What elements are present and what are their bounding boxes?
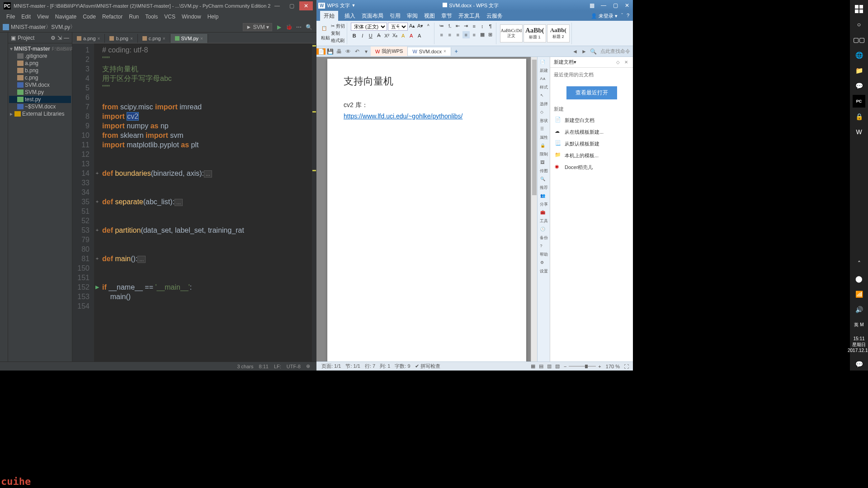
format-painter-button[interactable]: 格式刷 [331,38,345,44]
doc-paragraph[interactable]: cv2 库： [344,99,510,111]
search-hint[interactable]: 点此查找命令 [598,48,633,55]
status-section[interactable]: 节: 1/1 [343,363,362,370]
wps-titlebar[interactable]: W WPS 文字 ▼ SVM.docx - WPS 文字 ▦ — ▢ ✕ [316,0,633,11]
ribbon-tab[interactable]: 引用 [390,12,401,20]
editor-tab[interactable]: b.png× [105,34,137,43]
new-tab-button[interactable]: + [451,48,462,55]
save-icon[interactable]: 💾 [326,48,335,55]
font-size-select[interactable]: 五号 [388,23,408,31]
menu-window[interactable]: Window [179,13,204,21]
new-default-template[interactable]: 📃从默认模板新建 [550,138,633,150]
close-tab-icon[interactable]: × [200,36,203,41]
font-color-button[interactable]: A [408,32,415,39]
close-tab-icon[interactable]: × [130,36,133,41]
error-stripe[interactable] [312,43,316,361]
zoom-out-button[interactable]: − [561,364,569,369]
project-scroll-icon[interactable]: ⇲ [57,35,62,41]
fullscreen-icon[interactable]: ⛶ [622,363,630,370]
nav-back-icon[interactable]: ◄ [571,48,580,55]
taskbar-app[interactable]: 🌐 [853,49,865,61]
side-backup[interactable]: 🕓备份 [540,227,548,241]
new-blank-doc[interactable]: 📄新建空白文档 [550,114,633,126]
close-tab-icon[interactable]: × [98,36,100,41]
editor-tab-active[interactable]: SVM.py× [170,34,208,43]
newpanel-close-icon[interactable]: ✕ [623,59,629,66]
superscript-button[interactable]: X² [383,32,391,39]
preview-icon[interactable]: 👁 [344,48,353,55]
taskbar-app[interactable]: 🔒 [853,110,865,123]
status-words[interactable]: 字数: 9 [392,363,412,370]
fold-column[interactable]: ++++▶ [94,43,100,361]
cut-button[interactable]: ✂ 剪切 [331,23,345,29]
taskbar-app[interactable]: 💬 [853,80,865,92]
wps-document-page[interactable]: 支持向量机 cv2 库： https://www.lfd.uci.edu/~go… [327,59,526,361]
close-tab-icon[interactable]: × [163,36,165,41]
print-icon[interactable]: 🖶 [335,48,344,55]
menu-vcs[interactable]: VCS [161,13,178,21]
wps-skin-button[interactable]: ▦ [586,1,598,10]
style-h2[interactable]: AaBb(标题 2 [547,24,570,42]
tray-ime-icon[interactable]: 英 M [853,319,865,331]
project-settings-icon[interactable]: ⚙ [51,35,56,41]
run-button[interactable]: ▶ [275,23,283,31]
status-lf[interactable]: LF: [271,364,284,369]
newpanel-dropdown-icon[interactable]: ▾ [574,59,576,65]
align-left-button[interactable]: ≡ [438,31,445,38]
showmarks-button[interactable]: ¶ [487,23,494,30]
wps-minimize-button[interactable]: — [598,1,609,10]
menu-run[interactable]: Run [126,13,142,21]
subscript-button[interactable]: X₂ [392,32,399,39]
taskbar-app[interactable]: W [853,126,865,138]
wps-collapse-ribbon-icon[interactable]: ˇ [621,13,623,19]
style-normal[interactable]: AaBbCcDd正文 [500,24,523,42]
tree-file[interactable]: c.png [9,74,71,81]
tree-file[interactable]: b.png [9,67,71,74]
tray-network-icon[interactable]: 📶 [853,288,865,300]
italic-button[interactable]: I [359,32,366,39]
menu-file[interactable]: File [4,13,18,21]
side-settings[interactable]: ⚙设置 [540,260,548,274]
char-border-button[interactable]: A [416,32,423,39]
side-share[interactable]: 👥分享 [540,193,548,207]
side-help[interactable]: ?帮助 [540,244,548,258]
wps-help-icon[interactable]: ? [627,13,629,19]
bold-button[interactable]: B [351,32,358,39]
menu-help[interactable]: Help [205,13,222,21]
menu-view[interactable]: View [34,13,52,21]
linespace-button[interactable]: ≡ [471,23,478,30]
status-enc[interactable]: UTF-8 [284,364,303,369]
close-button[interactable]: ✕ [299,1,313,10]
menu-tools[interactable]: Tools [142,13,160,21]
menu-refactor[interactable]: Refactor [99,13,125,21]
home-tab[interactable]: W我的WPS [371,47,408,56]
more-run-button[interactable]: ⋯ [295,23,303,31]
new-online-template[interactable]: ☁从在线模板新建... [550,126,633,138]
tree-file[interactable]: .gitignore [9,52,71,60]
menu-navigate[interactable]: Navigate [52,13,79,21]
view-web-icon[interactable]: ▥ [545,363,553,370]
document-tab-active[interactable]: WSVM.docx× [408,47,451,56]
side-tools[interactable]: 🧰工具 [540,210,548,224]
tree-file[interactable]: SVM.py [9,89,71,96]
status-page[interactable]: 页面: 1/1 [319,363,343,370]
bullets-button[interactable]: ≔ [438,23,445,30]
doc-hyperlink[interactable]: https://www.lfd.uci.edu/~gohlke/pythonli… [344,113,462,120]
new-docer[interactable]: ◉Docer稻壳儿 [550,161,633,173]
tree-external-libs[interactable]: ▸External Libraries [9,110,71,117]
tray-expand-icon[interactable]: ˄ [853,257,865,270]
menu-edit[interactable]: Edit [19,13,33,21]
side-upload[interactable]: 🖼传图 [540,160,548,174]
system-clock[interactable]: 15:11 星期日 2017.12.10 [848,334,868,355]
maximize-button[interactable]: ▢ [285,1,298,10]
tree-file[interactable]: SVM.docx [9,81,71,89]
zoom-slider[interactable] [569,366,596,366]
search-icon[interactable]: 🔍 [589,48,598,55]
vertical-scrollbar[interactable] [531,57,537,361]
ribbon-tab[interactable]: 审阅 [407,12,418,20]
debug-button[interactable]: 🐞 [285,23,293,31]
wps-maximize-button[interactable]: ▢ [609,1,621,10]
ribbon-tab[interactable]: 视图 [424,12,435,20]
menu-code[interactable]: Code [80,13,99,21]
code-body[interactable]: # coding: utf-8"""支持向量机用于区分手写字母abc"""fro… [100,43,316,361]
close-doc-icon[interactable]: × [443,49,446,54]
